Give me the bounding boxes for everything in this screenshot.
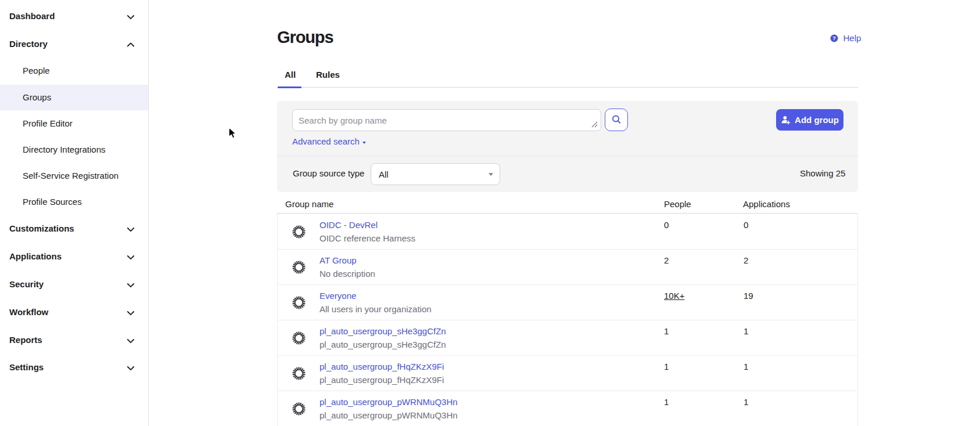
svg-text:?: ? bbox=[832, 35, 836, 41]
